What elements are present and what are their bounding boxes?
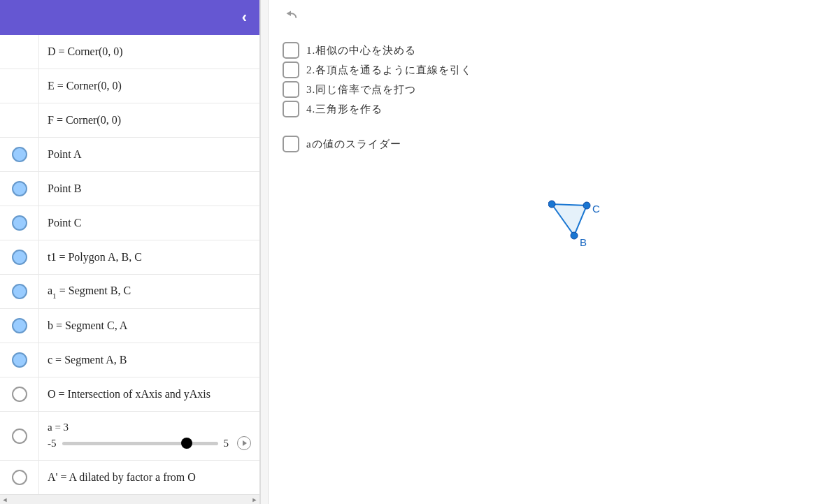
triangle-object[interactable]: A C B	[548, 197, 611, 253]
algebra-expr: c = Segment A, B	[48, 354, 127, 366]
graphics-toolbar	[283, 7, 299, 24]
checkbox-list: 1.相似の中心を決める 2.各頂点を通るように直線を引く 3.同じ倍率で点を打つ…	[283, 42, 472, 152]
hidden-icon	[12, 470, 27, 485]
algebra-expr: Point B	[48, 182, 81, 195]
panel-resizer[interactable]	[260, 0, 269, 504]
visibility-toggle[interactable]	[0, 240, 39, 274]
slider-track[interactable]	[62, 436, 218, 450]
algebra-row[interactable]: c = Segment A, B	[0, 343, 259, 377]
algebra-row[interactable]: D = Corner(0, 0)	[0, 35, 259, 69]
algebra-expr: A' = A dilated by factor a from O	[48, 471, 196, 484]
checkbox[interactable]	[283, 136, 299, 152]
polygon-t1[interactable]	[552, 204, 587, 236]
algebra-row[interactable]: Point B	[0, 172, 259, 206]
app-root: ‹ D = Corner(0, 0) E = Corner(0, 0) F = …	[0, 0, 821, 504]
checkbox[interactable]	[283, 42, 299, 59]
visibility-toggle[interactable]	[0, 206, 39, 240]
algebra-expr: D = Corner(0, 0)	[48, 45, 123, 58]
checkbox-item: 3.同じ倍率で点を打つ	[283, 81, 472, 98]
scroll-right-icon[interactable]: ►	[250, 495, 259, 505]
panel-header: ‹	[0, 0, 259, 35]
algebra-expr: F = Corner(0, 0)	[48, 114, 121, 127]
horizontal-scrollbar[interactable]: ◄ ►	[0, 494, 259, 504]
scroll-left-icon[interactable]: ◄	[0, 495, 10, 505]
checkbox[interactable]	[283, 81, 299, 98]
algebra-expr: Point C	[48, 217, 81, 229]
visibility-toggle	[0, 69, 39, 103]
algebra-row[interactable]: O = Intersection of xAxis and yAxis	[0, 377, 259, 412]
visibility-toggle[interactable]	[0, 309, 39, 343]
visibility-toggle[interactable]	[0, 343, 39, 377]
play-button[interactable]	[237, 436, 251, 450]
visibility-toggle[interactable]	[0, 461, 39, 494]
point-c[interactable]	[583, 202, 590, 209]
undo-icon	[283, 8, 299, 23]
algebra-expr: t1 = Polygon A, B, C	[48, 251, 142, 264]
visibility-toggle[interactable]	[0, 138, 39, 171]
algebra-expr: E = Corner(0, 0)	[48, 80, 122, 92]
visibility-toggle	[0, 35, 39, 69]
algebra-row[interactable]: A' = A dilated by factor a from O	[0, 461, 259, 494]
algebra-panel: ‹ D = Corner(0, 0) E = Corner(0, 0) F = …	[0, 0, 260, 504]
checkbox[interactable]	[283, 101, 299, 117]
algebra-row[interactable]: a1 = Segment B, C	[0, 275, 259, 309]
visible-icon	[12, 215, 27, 231]
slider-thumb[interactable]	[181, 438, 192, 449]
checkbox-label: 1.相似の中心を決める	[306, 44, 416, 57]
visibility-toggle	[0, 103, 39, 137]
checkbox-label: 3.同じ倍率で点を打つ	[306, 83, 416, 96]
checkbox-label: 4.三角形を作る	[306, 103, 383, 116]
visible-icon	[12, 318, 27, 333]
visible-icon	[12, 352, 27, 368]
undo-button[interactable]	[283, 7, 299, 24]
point-label-c: C	[592, 203, 600, 215]
point-a[interactable]	[548, 201, 555, 208]
visibility-toggle[interactable]	[0, 172, 39, 206]
visibility-toggle[interactable]	[0, 275, 39, 308]
visible-icon	[12, 181, 27, 196]
algebra-expr: Point A	[48, 148, 81, 161]
algebra-expr: b = Segment C, A	[48, 319, 127, 332]
algebra-row[interactable]: Point A	[0, 138, 259, 172]
checkbox-label: aの値のスライダー	[306, 138, 401, 151]
algebra-row[interactable]: F = Corner(0, 0)	[0, 103, 259, 138]
algebra-row[interactable]: t1 = Polygon A, B, C	[0, 240, 259, 275]
slider-min: -5	[48, 438, 57, 449]
visible-icon	[12, 147, 27, 162]
checkbox-item: aの値のスライダー	[283, 136, 472, 152]
checkbox-item: 2.各頂点を通るように直線を引く	[283, 62, 472, 78]
slider-max: 5	[224, 438, 229, 449]
slider-label: a = 3	[48, 422, 251, 433]
visibility-toggle[interactable]	[0, 412, 39, 460]
checkbox-item: 4.三角形を作る	[283, 101, 472, 117]
hidden-icon	[12, 387, 27, 402]
algebra-expr: O = Intersection of xAxis and yAxis	[48, 388, 210, 401]
algebra-list[interactable]: D = Corner(0, 0) E = Corner(0, 0) F = Co…	[0, 35, 259, 494]
algebra-row[interactable]: b = Segment C, A	[0, 309, 259, 343]
checkbox[interactable]	[283, 62, 299, 78]
visible-icon	[12, 284, 27, 299]
checkbox-item: 1.相似の中心を決める	[283, 42, 472, 59]
point-label-b: B	[580, 236, 587, 248]
algebra-slider-row[interactable]: a = 3 -5 5	[0, 412, 259, 461]
visibility-toggle[interactable]	[0, 377, 39, 411]
visible-icon	[12, 250, 27, 265]
slider[interactable]: -5 5	[48, 436, 251, 450]
collapse-panel-icon[interactable]: ‹	[242, 8, 247, 27]
algebra-row[interactable]: Point C	[0, 206, 259, 240]
hidden-icon	[12, 429, 27, 444]
algebra-expr: a1 = Segment B, C	[48, 285, 131, 298]
graphics-view[interactable]: 1.相似の中心を決める 2.各頂点を通るように直線を引く 3.同じ倍率で点を打つ…	[269, 0, 821, 504]
point-b[interactable]	[571, 232, 578, 239]
algebra-row[interactable]: E = Corner(0, 0)	[0, 69, 259, 103]
checkbox-label: 2.各頂点を通るように直線を引く	[306, 64, 472, 77]
